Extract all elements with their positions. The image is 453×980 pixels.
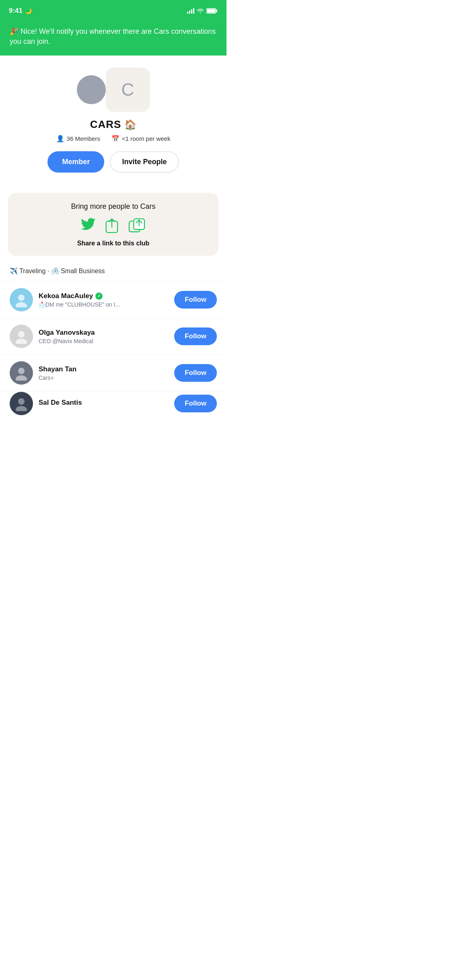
member-name-row: Kekoa MacAuley ✓: [39, 292, 169, 300]
member-name: Sal De Santis: [39, 399, 82, 407]
svg-point-7: [16, 302, 27, 307]
status-time: 9:41: [9, 7, 23, 15]
calendar-icon: 📅: [111, 135, 119, 142]
notification-text: 🎉 Nice! We'll notify you whenever there …: [10, 27, 217, 47]
club-name-row: CARS 🏠: [90, 118, 137, 131]
share-title: Bring more people to Cars: [16, 202, 210, 211]
svg-point-12: [18, 398, 25, 405]
svg-point-9: [16, 339, 27, 344]
member-name-row: Shayan Tan: [39, 365, 169, 373]
club-name: CARS: [90, 118, 121, 131]
house-icon: 🏠: [124, 119, 136, 130]
wifi-icon: [197, 8, 204, 14]
club-actions: Member Invite People: [47, 151, 179, 173]
avatar: [10, 392, 33, 415]
signal-bars: [187, 8, 194, 14]
member-name-row: Olga Yanovskaya: [39, 329, 169, 337]
verified-badge: ✓: [95, 292, 103, 300]
follow-button[interactable]: Follow: [174, 364, 217, 382]
main-content: C CARS 🏠 👤 36 Members 📅 <1 room per week…: [0, 56, 226, 415]
member-name: Shayan Tan: [39, 365, 76, 373]
svg-point-13: [16, 406, 27, 411]
members-stat: 👤 36 Members: [56, 135, 100, 142]
club-avatars: C: [77, 68, 150, 112]
member-name: Olga Yanovskaya: [39, 329, 95, 337]
member-name: Kekoa MacAuley: [39, 292, 93, 300]
share-upload-icon-2[interactable]: [128, 218, 146, 233]
battery-icon: [206, 8, 218, 14]
avatar: [10, 361, 33, 385]
member-bio: CEO @Navix Medical: [39, 338, 169, 344]
member-button[interactable]: Member: [47, 151, 104, 173]
club-avatar-square: C: [106, 68, 150, 112]
member-bio: Cars+: [39, 375, 169, 381]
tags-row: ✈️ Traveling · 🖇️ Small Business: [0, 264, 226, 281]
person-icon: 👤: [56, 135, 64, 142]
member-info: Kekoa MacAuley ✓ 📩DM me "CLUBHOUSE" on I…: [39, 292, 169, 308]
share-link-text[interactable]: Share a link to this club: [16, 240, 210, 247]
svg-point-10: [18, 368, 25, 374]
status-icons: [187, 8, 218, 14]
list-item: Shayan Tan Cars+ Follow: [0, 354, 226, 391]
twitter-svg: [81, 218, 95, 230]
members-list: Kekoa MacAuley ✓ 📩DM me "CLUBHOUSE" on I…: [0, 281, 226, 415]
notification-banner: 🎉 Nice! We'll notify you whenever there …: [0, 20, 226, 56]
svg-point-6: [18, 294, 25, 301]
party-emoji: 🎉: [10, 27, 21, 35]
club-stats: 👤 36 Members 📅 <1 room per week: [56, 135, 171, 142]
svg-rect-2: [207, 9, 216, 13]
twitter-share-icon[interactable]: [81, 218, 95, 233]
share-upload-icon-1[interactable]: [105, 218, 119, 233]
share-icons: [16, 218, 210, 233]
member-info: Shayan Tan Cars+: [39, 365, 169, 381]
svg-point-11: [16, 375, 27, 381]
avatar-circle: [77, 75, 106, 104]
svg-rect-1: [216, 10, 218, 12]
frequency-stat: 📅 <1 room per week: [111, 135, 170, 142]
member-info: Olga Yanovskaya CEO @Navix Medical: [39, 329, 169, 344]
avatar: [10, 325, 33, 348]
list-item: Olga Yanovskaya CEO @Navix Medical Follo…: [0, 318, 226, 354]
avatar: [10, 288, 33, 311]
club-header: C CARS 🏠 👤 36 Members 📅 <1 room per week…: [0, 56, 226, 185]
member-info: Sal De Santis: [39, 399, 169, 408]
follow-button[interactable]: Follow: [174, 327, 217, 345]
member-bio: 📩DM me "CLUBHOUSE" on I...: [39, 301, 169, 308]
follow-button[interactable]: Follow: [174, 395, 217, 412]
follow-button[interactable]: Follow: [174, 291, 217, 309]
list-item: Kekoa MacAuley ✓ 📩DM me "CLUBHOUSE" on I…: [0, 281, 226, 318]
svg-point-8: [18, 331, 25, 338]
moon-icon: 🌙: [25, 8, 32, 14]
share-card: Bring more people to Cars: [8, 193, 218, 256]
status-bar: 9:41 🌙: [0, 0, 226, 20]
invite-button[interactable]: Invite People: [110, 151, 179, 173]
member-name-row: Sal De Santis: [39, 399, 169, 407]
list-item: Sal De Santis Follow: [0, 391, 226, 415]
